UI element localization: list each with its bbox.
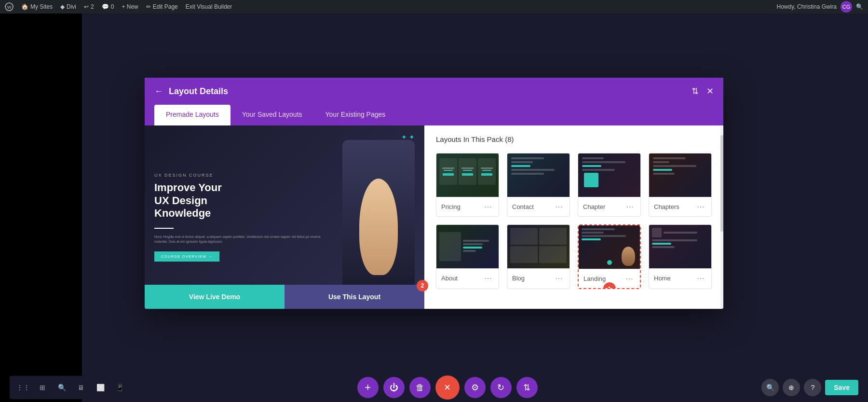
save-button[interactable]: Save [825,380,858,395]
tool-tablet-button[interactable]: ⬜ [93,380,108,395]
tool-desktop-button[interactable]: 🖥 [73,380,89,395]
modal-title-row: ← Layout Details [154,86,228,97]
layout-name-about: About [441,275,458,282]
comments-link[interactable]: 💬 0 [102,3,114,10]
layout-card-chapter[interactable]: Chapter ⋯ [578,153,641,217]
layout-card-chapters[interactable]: Chapters ⋯ [649,153,712,217]
preview-text: UX DESIGN COURSE Improve YourUX DesignKn… [154,173,333,261]
tab-existing-pages[interactable]: Your Existing Pages [314,105,397,125]
layout-more-contact[interactable]: ⋯ [553,201,565,212]
layout-card-landing[interactable]: Landing ⋯ 1 [578,224,641,289]
layout-footer-home: Home ⋯ [649,268,711,288]
layout-name-pricing: Pricing [441,203,461,210]
preview-heading: Improve YourUX DesignKnowledge [154,181,333,220]
divi-icon: ◆ [60,3,65,10]
layout-thumb-chapter [578,153,640,197]
back-button[interactable]: ← [154,86,163,97]
modal-header-icons: ⇅ ✕ [692,86,714,97]
layout-name-contact: Contact [512,203,534,210]
add-section-button[interactable]: + [357,377,379,398]
exit-builder-link[interactable]: Exit Visual Builder [186,3,232,10]
bottom-right-tools: 🔍 ⊕ ? Save [761,379,858,396]
decorative-stars: ✦ ✦ [401,133,415,141]
user-info: Howdy, Christina Gwira CG 🔍 [777,1,863,13]
settings-button[interactable]: ⚙ [464,377,486,398]
layout-footer-contact: Contact ⋯ [507,197,570,216]
layout-card-about[interactable]: About ⋯ [436,224,499,289]
divi-link[interactable]: ◆ Divi [60,3,76,10]
layout-name-blog: Blog [512,275,525,282]
tool-grid-button[interactable]: ⊞ [35,380,50,395]
close-builder-button[interactable]: ✕ [435,375,460,400]
phone-inner [342,140,415,294]
layout-thumb-blog [507,225,570,268]
layout-footer-chapters: Chapters ⋯ [649,197,711,216]
bottom-left-tools: ⋮⋮ ⊞ 🔍 🖥 ⬜ 📱 [10,376,133,399]
layout-more-chapter[interactable]: ⋯ [624,201,636,212]
wp-logo[interactable]: W [5,2,14,11]
layout-thumb-about [436,225,499,268]
preview-divider [154,228,174,229]
preview-body: Nunc fringilla erat ut lectus aliquet, a… [154,235,333,245]
my-sites-link[interactable]: 🏠 My Sites [21,3,53,10]
preview-tag: UX DESIGN COURSE [154,173,333,178]
search-right-button[interactable]: 🔍 [761,379,779,396]
tab-premade-layouts[interactable]: Premade Layouts [154,105,231,125]
layout-more-chapters[interactable]: ⋯ [695,201,706,212]
use-this-layout-button[interactable]: Use This Layout 2 [285,285,424,309]
layout-more-about[interactable]: ⋯ [482,273,494,284]
layout-more-home[interactable]: ⋯ [695,273,706,284]
revisions-icon: ↩ [84,3,89,10]
close-button[interactable]: ✕ [706,86,714,97]
layout-thumb-contact [507,153,570,197]
svg-text:W: W [7,5,12,10]
edit-page-link[interactable]: ✏ Edit Page [146,3,178,10]
layout-thumb-home [649,225,711,268]
layout-more-blog[interactable]: ⋯ [553,273,565,284]
layout-more-pricing[interactable]: ⋯ [482,201,494,212]
preview-phone [342,140,415,294]
layouts-grid: Pricing ⋯ [436,153,712,289]
bottom-toolbar: ⋮⋮ ⊞ 🔍 🖥 ⬜ 📱 + ⏻ 🗑 ✕ ⚙ ↻ ⇅ 🔍 ⊕ ? Save [0,373,868,402]
layout-footer-chapter: Chapter ⋯ [578,197,640,216]
course-overview-button[interactable]: COURSE OVERVIEW → [154,251,219,262]
modal-title: Layout Details [169,86,228,97]
tool-mobile-button[interactable]: 📱 [112,380,127,395]
layout-card-home[interactable]: Home ⋯ [649,224,712,289]
layout-card-pricing[interactable]: Pricing ⋯ [436,153,499,217]
layout-name-home: Home [654,275,671,282]
preview-panel: UX DESIGN COURSE Improve YourUX DesignKn… [145,125,424,309]
selected-indicator-dot [607,260,612,265]
layout-card-blog[interactable]: Blog ⋯ [507,224,570,289]
delete-button[interactable]: 🗑 [409,377,431,398]
layout-footer-blog: Blog ⋯ [507,268,570,288]
tool-search-button[interactable]: 🔍 [54,380,69,395]
search-icon[interactable]: 🔍 [856,3,863,10]
house-icon: 🏠 [21,3,28,10]
preview-buttons: View Live Demo Use This Layout 2 [145,285,424,309]
help-button[interactable]: ? [804,379,821,396]
hand-graphic [359,179,398,275]
layers-button[interactable]: ⊕ [783,379,800,396]
history-button[interactable]: ↻ [490,377,512,398]
new-link[interactable]: + New [122,3,138,10]
bottom-center-tools: + ⏻ 🗑 ✕ ⚙ ↻ ⇅ [357,375,538,400]
power-button[interactable]: ⏻ [383,377,405,398]
layout-more-landing[interactable]: ⋯ [624,273,635,284]
tab-saved-layouts[interactable]: Your Saved Layouts [231,105,314,125]
layout-footer-pricing: Pricing ⋯ [436,197,499,216]
left-panel [0,14,82,402]
right-panel [786,14,868,402]
layout-card-contact[interactable]: Contact ⋯ [507,153,570,217]
layouts-title: Layouts In This Pack (8) [436,135,712,143]
layout-name-chapters: Chapters [654,203,679,210]
sort-icon[interactable]: ⇅ [692,86,699,97]
layout-details-modal: ← Layout Details ⇅ ✕ Premade Layouts You… [145,78,723,309]
scroll-indicator[interactable] [720,125,723,309]
revisions-link[interactable]: ↩ 2 [84,3,94,10]
modal-tabs: Premade Layouts Your Saved Layouts Your … [145,105,723,125]
view-live-demo-button[interactable]: View Live Demo [145,285,285,309]
tool-menu-button[interactable]: ⋮⋮ [15,380,31,395]
avatar: CG [841,1,852,13]
sort-button[interactable]: ⇅ [516,377,538,398]
